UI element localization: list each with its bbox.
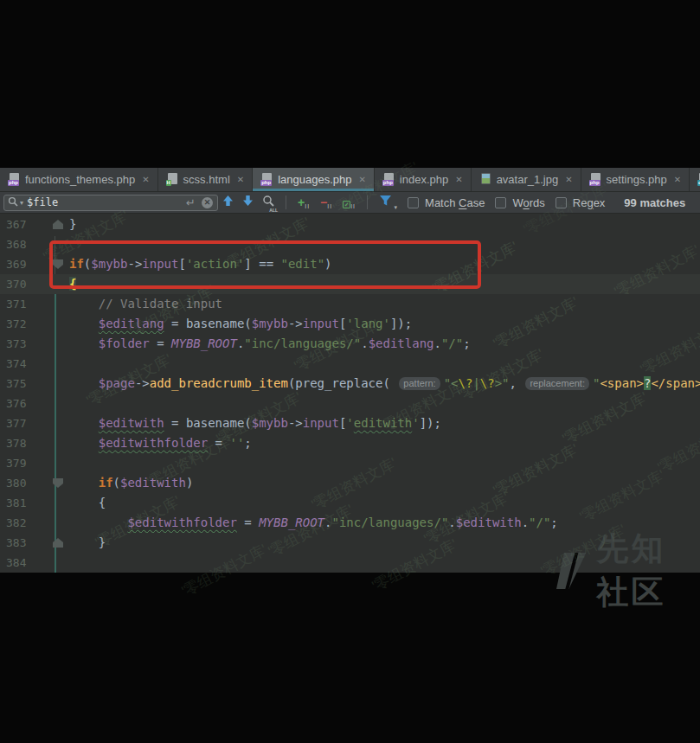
fold-marker-icon[interactable] [53, 478, 63, 488]
code-text [69, 453, 700, 473]
search-field[interactable]: ▾ ↵ ✕ [3, 195, 218, 211]
fold-marker-icon[interactable] [53, 220, 63, 229]
code-line-374[interactable]: 374 [0, 354, 700, 374]
search-icon [8, 195, 18, 210]
match-count: 99 matches [624, 196, 685, 209]
tab-label: index.php [400, 173, 448, 186]
fold-column [50, 533, 69, 553]
code-text: // Validate input [69, 294, 700, 314]
line-number: 383 [0, 533, 50, 553]
line-number: 382 [0, 513, 50, 533]
line-number: 377 [0, 413, 50, 433]
php-file-icon: php [8, 173, 21, 186]
code-text: $folder = MYBB_ROOT."inc/languages/".$ed… [69, 334, 700, 354]
tab-languages.php[interactable]: phplanguages.php✕ [253, 168, 375, 191]
fold-column [50, 294, 69, 314]
line-number: 370 [0, 274, 50, 294]
find-all-icon[interactable]: ALL [262, 195, 275, 211]
fold-column [50, 453, 69, 473]
tab-scss.html[interactable]: Hscss.html✕ [158, 168, 254, 191]
php-file-icon: php [260, 173, 273, 186]
code-line-372[interactable]: 372 $editlang = basename($mybb->input['l… [0, 314, 700, 334]
search-history-caret-icon[interactable]: ▾ [20, 199, 23, 207]
search-input[interactable] [27, 196, 186, 208]
tab-avatar_1.jpg[interactable]: avatar_1.jpg✕ [472, 168, 581, 191]
line-number: 380 [0, 473, 50, 493]
tab-label: scss.html [183, 173, 230, 186]
tab-label: settings.php [607, 173, 667, 186]
parameter-hint: replacement: [525, 377, 589, 390]
line-number: 372 [0, 314, 50, 334]
code-line-377[interactable]: 377 $editwith = basename($mybb->input['e… [0, 413, 700, 433]
html-file-icon: H [166, 173, 179, 186]
find-toolbar: ▾ ↵ ✕ ALL +II −II ✓II [0, 192, 700, 214]
clear-search-icon[interactable]: ✕ [202, 197, 213, 208]
words-option[interactable]: Words [495, 196, 544, 209]
tab-index.php[interactable]: phpindex.php✕ [375, 168, 472, 191]
fold-column [50, 433, 69, 453]
line-number: 378 [0, 433, 50, 453]
regex-label: Regex [573, 196, 606, 209]
screenshot-canvas: phpfunctions_themes.php✕Hscss.html✕phpla… [0, 0, 700, 743]
code-line-371[interactable]: 371 // Validate input [0, 294, 700, 314]
line-number: 374 [0, 354, 50, 374]
previous-occurrence-icon[interactable] [222, 195, 234, 210]
tab-label: avatar_1.jpg [497, 173, 559, 186]
fold-column [50, 553, 69, 573]
words-checkbox[interactable] [495, 197, 506, 208]
line-number: 375 [0, 374, 50, 394]
fold-column [50, 215, 69, 234]
line-number: 379 [0, 453, 50, 473]
fold-column [50, 493, 69, 513]
img-file-icon [479, 173, 492, 186]
code-line-367[interactable]: 367} [0, 215, 700, 234]
fold-column [50, 513, 69, 533]
add-occurrence-icon[interactable]: +II [298, 195, 310, 209]
editor-tab-bar: phpfunctions_themes.php✕Hscss.html✕phpla… [0, 168, 700, 192]
close-tab-icon[interactable]: ✕ [358, 175, 365, 184]
fold-column [50, 334, 69, 354]
code-line-376[interactable]: 376 [0, 394, 700, 413]
code-text: $editwith = basename($mybb->input['editw… [69, 413, 700, 433]
code-line-379[interactable]: 379 [0, 453, 700, 473]
code-line-375[interactable]: 375 $page->add_breadcrumb_item(preg_repl… [0, 374, 700, 394]
code-text: } [69, 215, 700, 234]
line-number: 381 [0, 493, 50, 513]
parameter-hint: pattern: [399, 377, 440, 390]
line-number: 384 [0, 553, 50, 573]
close-tab-icon[interactable]: ✕ [674, 175, 681, 184]
community-logo: 先知社区 [556, 528, 700, 614]
fold-column [50, 354, 69, 374]
code-line-373[interactable]: 373 $folder = MYBB_ROOT."inc/languages/"… [0, 334, 700, 354]
tab-label: languages.php [278, 173, 351, 186]
line-number: 369 [0, 254, 50, 274]
code-line-381[interactable]: 381 { [0, 493, 700, 513]
ide-window: phpfunctions_themes.php✕Hscss.html✕phpla… [0, 168, 700, 573]
next-occurrence-icon[interactable] [242, 195, 254, 210]
line-number: 367 [0, 215, 50, 234]
regex-option[interactable]: Regex [556, 196, 606, 209]
fold-column [50, 394, 69, 413]
close-tab-icon[interactable]: ✕ [237, 175, 244, 184]
tab-global.css[interactable]: cssglobal.css✕ [690, 168, 700, 191]
regex-checkbox[interactable] [556, 197, 567, 208]
fold-column [50, 314, 69, 334]
filter-icon[interactable]: ▾ [379, 195, 392, 210]
match-case-checkbox[interactable] [408, 197, 419, 208]
code-line-380[interactable]: 380 if($editwith) [0, 473, 700, 493]
code-line-378[interactable]: 378 $editwithfolder = ''; [0, 433, 700, 453]
close-tab-icon[interactable]: ✕ [455, 175, 462, 184]
tab-functions_themes.php[interactable]: phpfunctions_themes.php✕ [0, 168, 158, 191]
remove-occurrence-icon[interactable]: −II [320, 195, 332, 209]
newline-icon[interactable]: ↵ [186, 196, 196, 209]
select-all-occurrences-icon[interactable]: ✓II [343, 195, 356, 209]
match-case-option[interactable]: Match Case [408, 196, 485, 209]
annotation-red-rectangle [49, 240, 481, 289]
logo-mark-icon [556, 553, 586, 589]
close-tab-icon[interactable]: ✕ [565, 175, 572, 184]
php-file-icon: php [589, 173, 602, 186]
close-tab-icon[interactable]: ✕ [142, 175, 149, 184]
code-text [69, 394, 700, 413]
tab-settings.php[interactable]: phpsettings.php✕ [581, 168, 690, 191]
fold-marker-icon[interactable] [53, 538, 63, 548]
